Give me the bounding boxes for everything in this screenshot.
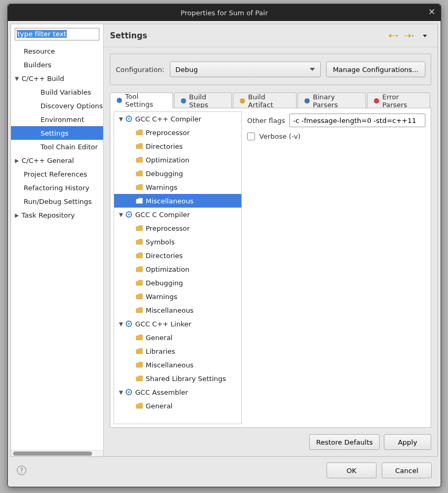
sidebar-item-resource[interactable]: Resource <box>11 44 103 58</box>
manage-configurations-button[interactable]: Manage Configurations... <box>326 61 425 77</box>
folder-icon <box>135 402 144 410</box>
window-title: Properties for Sum of Pair <box>181 9 268 17</box>
help-icon[interactable]: ? <box>17 466 26 475</box>
cancel-button[interactable]: Cancel <box>382 463 432 478</box>
tool-tree-item-general[interactable]: General <box>114 399 241 413</box>
sidebar-item-label: Builders <box>23 61 52 69</box>
tool-tree-item-debugging[interactable]: Debugging <box>114 167 241 180</box>
tool-tree-item-label: Miscellaneous <box>146 197 194 205</box>
sidebar-item-label: Environment <box>39 116 84 124</box>
sidebar-item-label: Discovery Options <box>39 102 103 110</box>
tool-tree-item-directories[interactable]: Directories <box>114 139 241 153</box>
tool-tree-item-label: Symbols <box>146 238 175 246</box>
chevron-right-icon[interactable]: ▶ <box>13 212 21 218</box>
chevron-down-icon[interactable]: ▼ <box>117 212 125 218</box>
tool-tree-item-symbols[interactable]: Symbols <box>114 235 241 249</box>
configuration-combo[interactable]: Debug <box>170 61 321 77</box>
folder-icon <box>135 374 144 383</box>
tool-tree-item-gcc-assembler[interactable]: ▼GCC Assembler <box>114 385 241 399</box>
nav-menu-icon[interactable] <box>419 32 431 40</box>
nav-forward-icon[interactable] <box>403 32 415 40</box>
tool-tree-item-debugging[interactable]: Debugging <box>114 276 241 290</box>
tool-tree-item-directories[interactable]: Directories <box>114 249 241 262</box>
filter-placeholder-text: type filter text <box>17 30 67 38</box>
sidebar-item-label: C/C++ Build <box>21 75 64 83</box>
tool-tree-item-label: Preprocessor <box>146 129 190 137</box>
tool-tree-item-optimization[interactable]: Optimization <box>114 153 241 167</box>
sidebar-item-project-references[interactable]: Project References <box>11 167 103 181</box>
tab-binary-parsers[interactable]: Binary Parsers <box>298 93 366 108</box>
chevron-right-icon[interactable]: ▶ <box>13 158 21 163</box>
folder-icon <box>135 279 144 287</box>
tool-tree-item-libraries[interactable]: Libraries <box>114 344 241 358</box>
close-icon[interactable]: ✕ <box>429 8 435 16</box>
scrollbar-thumb[interactable] <box>13 451 92 456</box>
sidebar-item-tool-chain-editor[interactable]: Tool Chain Editor <box>11 140 103 153</box>
tab-tool-settings[interactable]: Tool Settings <box>110 93 173 108</box>
nav-tree[interactable]: ResourceBuilders▼C/C++ BuildBuild Variab… <box>11 44 103 450</box>
sidebar-item-refactoring-history[interactable]: Refactoring History <box>11 181 103 194</box>
ok-button[interactable]: OK <box>327 463 376 478</box>
sidebar-item-discovery-options[interactable]: Discovery Options <box>11 99 103 112</box>
sidebar-item-c-c-build[interactable]: ▼C/C++ Build <box>11 71 103 85</box>
binary-parsers-icon <box>303 97 311 105</box>
tab-error-parsers[interactable]: Error Parsers <box>367 93 430 108</box>
tool-tree-item-label: Warnings <box>146 183 177 191</box>
tool-tree-item-miscellaneous[interactable]: Miscellaneous <box>114 358 241 372</box>
tool-tree-item-label: Miscellaneous <box>146 361 194 369</box>
tab-label: Build Artifact <box>248 93 291 109</box>
chevron-down-icon[interactable]: ▼ <box>117 389 125 395</box>
sidebar-item-builders[interactable]: Builders <box>11 58 103 71</box>
chevron-down-icon[interactable]: ▼ <box>117 116 125 122</box>
tool-tree-item-label: Directories <box>146 252 183 260</box>
tab-build-steps[interactable]: Build Steps <box>174 93 232 108</box>
tool-settings-tree[interactable]: ▼GCC C++ CompilerPreprocessorDirectories… <box>114 111 242 424</box>
tool-tree-item-warnings[interactable]: Warnings <box>114 180 241 194</box>
nav-back-icon[interactable] <box>387 32 400 40</box>
sidebar-item-c-c-general[interactable]: ▶C/C++ General <box>11 153 103 167</box>
svg-point-2 <box>240 98 245 104</box>
verbose-checkbox[interactable] <box>247 132 255 140</box>
tool-tree-item-shared-library-settings[interactable]: Shared Library Settings <box>114 372 241 385</box>
svg-point-0 <box>117 98 122 103</box>
folder-icon <box>135 333 144 342</box>
tool-tree-item-general[interactable]: General <box>114 331 241 344</box>
folder-icon <box>135 169 144 178</box>
tool-tree-item-preprocessor[interactable]: Preprocessor <box>114 126 241 139</box>
tool-tree-item-miscellaneous[interactable]: Miscellaneous <box>114 303 241 317</box>
tool-settings-icon <box>116 97 123 104</box>
folder-icon <box>135 265 144 273</box>
svg-point-8 <box>128 214 130 215</box>
restore-defaults-button[interactable]: Restore Defaults <box>309 434 380 450</box>
tool-tree-item-optimization[interactable]: Optimization <box>114 262 241 276</box>
tool-tree-item-gcc-c-compiler[interactable]: ▼GCC C Compiler <box>114 208 241 221</box>
tool-tree-item-label: Debugging <box>146 279 183 287</box>
gear-icon <box>125 115 133 123</box>
sidebar: type filter text ResourceBuilders▼C/C++ … <box>11 24 104 456</box>
tool-tree-item-preprocessor[interactable]: Preprocessor <box>114 221 241 235</box>
chevron-down-icon[interactable]: ▼ <box>117 321 125 327</box>
gear-icon <box>125 388 133 396</box>
folder-icon <box>135 292 144 301</box>
folder-icon <box>135 238 144 246</box>
sidebar-scrollbar[interactable] <box>11 450 103 456</box>
filter-wrap: type filter text <box>11 24 103 44</box>
chevron-down-icon <box>310 68 315 71</box>
sidebar-item-environment[interactable]: Environment <box>11 112 103 126</box>
sidebar-item-task-repository[interactable]: ▶Task Repository <box>11 208 103 222</box>
tool-tree-item-gcc-c-compiler[interactable]: ▼GCC C++ Compiler <box>114 112 241 126</box>
apply-button[interactable]: Apply <box>384 434 431 450</box>
folder-icon <box>135 128 144 137</box>
sidebar-item-settings[interactable]: Settings <box>11 126 103 140</box>
tool-tree-item-label: Optimization <box>146 265 189 273</box>
sidebar-item-label: Refactoring History <box>23 184 89 192</box>
other-flags-input[interactable] <box>289 114 425 127</box>
sidebar-item-run-debug-settings[interactable]: Run/Debug Settings <box>11 194 103 208</box>
tool-tree-item-warnings[interactable]: Warnings <box>114 290 241 303</box>
tool-tree-item-gcc-c-linker[interactable]: ▼GCC C++ Linker <box>114 317 241 331</box>
tool-tree-item-miscellaneous[interactable]: Miscellaneous <box>114 194 241 208</box>
svg-point-10 <box>128 323 130 325</box>
sidebar-item-build-variables[interactable]: Build Variables <box>11 85 103 99</box>
tab-build-artifact[interactable]: Build Artifact <box>233 93 297 108</box>
chevron-down-icon[interactable]: ▼ <box>13 76 21 81</box>
